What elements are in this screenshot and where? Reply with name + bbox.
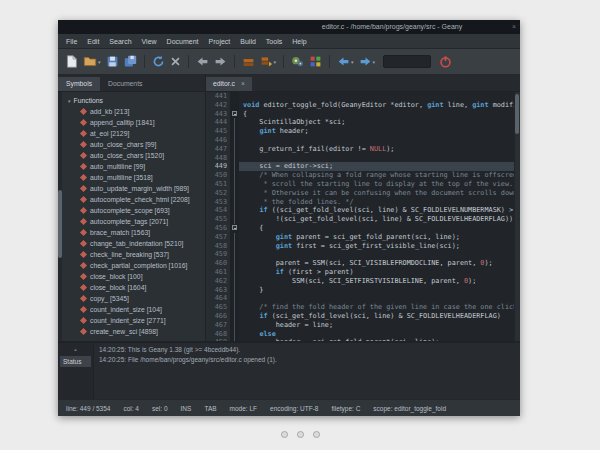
- fold-margin-cell[interactable]: [230, 338, 239, 341]
- code-line[interactable]: 453 * the folded lines. */: [206, 198, 514, 207]
- execute-button[interactable]: [290, 53, 305, 71]
- fold-margin-cell[interactable]: [230, 233, 239, 242]
- fold-margin-cell[interactable]: [230, 206, 239, 215]
- titlebar[interactable]: editor.c - /home/ban/progs/geany/src - G…: [58, 20, 520, 34]
- line-number[interactable]: 447: [206, 145, 230, 154]
- tab-scroll-up-icon[interactable]: ▴: [58, 345, 93, 353]
- fold-margin-cell[interactable]: [230, 321, 239, 330]
- revert-button[interactable]: [151, 53, 166, 71]
- code-line[interactable]: 465 /* find the fold header of the given…: [206, 303, 514, 312]
- fold-margin-cell[interactable]: [230, 303, 239, 312]
- open-file-button[interactable]: ▾: [82, 53, 102, 71]
- fold-margin-cell[interactable]: [230, 198, 239, 207]
- menu-document[interactable]: Document: [162, 38, 204, 45]
- fold-margin-cell[interactable]: [230, 286, 239, 295]
- menu-build[interactable]: Build: [235, 38, 261, 45]
- symbol-root[interactable]: ▾ Functions: [68, 95, 205, 106]
- new-document-button[interactable]: [64, 53, 79, 71]
- build-button[interactable]: ▾: [259, 53, 278, 71]
- line-number[interactable]: 448: [206, 154, 230, 163]
- fold-margin-cell[interactable]: [230, 101, 239, 110]
- code-line[interactable]: 462 SSM(sci, SCI_SETFIRSTVISIBLELINE, pa…: [206, 277, 514, 286]
- line-number[interactable]: 462: [206, 277, 230, 286]
- line-number[interactable]: 442: [206, 101, 230, 110]
- nav-forward-button[interactable]: [213, 53, 228, 71]
- carousel-dot[interactable]: [281, 431, 288, 438]
- code-line[interactable]: 464: [206, 294, 514, 303]
- compile-button[interactable]: [241, 53, 256, 71]
- line-number[interactable]: 452: [206, 189, 230, 198]
- line-number[interactable]: 461: [206, 268, 230, 277]
- symbol-item[interactable]: auto_close_chars [99]: [68, 139, 205, 150]
- code-line[interactable]: 463 }: [206, 286, 514, 295]
- tab-status[interactable]: Status: [60, 356, 91, 367]
- symbol-item[interactable]: copy_ [5345]: [68, 293, 205, 304]
- symbol-item[interactable]: count_indent_size [2771]: [68, 315, 205, 326]
- save-button[interactable]: [105, 53, 120, 71]
- editor-scrollbar-thumb[interactable]: [515, 94, 519, 134]
- goto-forward-button[interactable]: ▾: [358, 53, 377, 71]
- code-line[interactable]: 457 gint parent = sci_get_fold_parent(sc…: [206, 233, 514, 242]
- code-line[interactable]: 446: [206, 136, 514, 145]
- fold-margin-cell[interactable]: [230, 118, 239, 127]
- line-number[interactable]: 469: [206, 338, 230, 341]
- symbol-item[interactable]: check_line_breaking [537]: [68, 249, 205, 260]
- code-line[interactable]: 451 * scroll the starting line to displa…: [206, 180, 514, 189]
- line-number[interactable]: 466: [206, 312, 230, 321]
- line-number[interactable]: 444: [206, 118, 230, 127]
- symbol-item[interactable]: autocomplete_tags [2071]: [68, 216, 205, 227]
- code-line[interactable]: 466 if (sci_get_fold_level(sci, line) & …: [206, 312, 514, 321]
- line-number[interactable]: 445: [206, 127, 230, 136]
- symbol-item[interactable]: close_block [100]: [68, 271, 205, 282]
- fold-margin-cell[interactable]: [230, 259, 239, 268]
- fold-toggle-icon[interactable]: [232, 225, 237, 230]
- line-number[interactable]: 443: [206, 110, 230, 119]
- menu-tools[interactable]: Tools: [261, 38, 287, 45]
- line-number[interactable]: 465: [206, 303, 230, 312]
- symbol-item[interactable]: autocomplete_check_html [2208]: [68, 194, 205, 205]
- color-chooser-button[interactable]: [308, 53, 323, 71]
- code-line[interactable]: 450 /* When collapsing a fold range whos…: [206, 171, 514, 180]
- fold-margin-cell[interactable]: [230, 127, 239, 136]
- code-line[interactable]: 469 header = sci_get_fold_parent(sci, li…: [206, 338, 514, 341]
- symbol-item[interactable]: close_block [1604]: [68, 282, 205, 293]
- nav-back-button[interactable]: [195, 53, 210, 71]
- fold-margin-cell[interactable]: [230, 180, 239, 189]
- line-number[interactable]: 451: [206, 180, 230, 189]
- code-line[interactable]: 449 sci = editor->sci;: [206, 162, 514, 171]
- fold-margin-cell[interactable]: [230, 330, 239, 339]
- line-number[interactable]: 446: [206, 136, 230, 145]
- line-number[interactable]: 467: [206, 321, 230, 330]
- code-line[interactable]: 467 header = line;: [206, 321, 514, 330]
- menu-view[interactable]: View: [137, 38, 162, 45]
- close-button[interactable]: [169, 53, 182, 71]
- code-line[interactable]: 448: [206, 154, 514, 163]
- code-line[interactable]: 455 !(sci_get_fold_level(sci, line) & SC…: [206, 215, 514, 224]
- line-number[interactable]: 459: [206, 250, 230, 259]
- symbol-item[interactable]: brace_match [1563]: [68, 227, 205, 238]
- fold-margin-cell[interactable]: [230, 145, 239, 154]
- code-line[interactable]: 458 gint first = sci_get_first_visible_l…: [206, 242, 514, 251]
- fold-margin-cell[interactable]: [230, 110, 239, 119]
- quit-button[interactable]: [438, 53, 453, 71]
- symbol-item[interactable]: at_eol [2129]: [68, 128, 205, 139]
- symbol-item[interactable]: change_tab_indentation [5210]: [68, 238, 205, 249]
- fold-toggle-icon[interactable]: [232, 111, 237, 116]
- code-line[interactable]: 468 else: [206, 330, 514, 339]
- symbol-item[interactable]: auto_update_margin_width [989]: [68, 183, 205, 194]
- symbol-item[interactable]: auto_close_chars [1520]: [68, 150, 205, 161]
- menu-project[interactable]: Project: [203, 38, 235, 45]
- symbol-item[interactable]: check_partial_completion [1016]: [68, 260, 205, 271]
- sidebar-scrollbar[interactable]: [58, 92, 62, 341]
- tab-documents[interactable]: Documents: [100, 77, 150, 91]
- fold-margin-cell[interactable]: [230, 242, 239, 251]
- symbol-item[interactable]: autocomplete_scope [693]: [68, 205, 205, 216]
- code-line[interactable]: 456 {: [206, 224, 514, 233]
- symbol-item[interactable]: auto_multiline [3518]: [68, 172, 205, 183]
- tab-symbols[interactable]: Symbols: [58, 77, 100, 91]
- editor-scrollbar[interactable]: [514, 92, 520, 341]
- code-line[interactable]: 443{: [206, 110, 514, 119]
- code-line[interactable]: 460 parent = SSM(sci, SCI_VISIBLEFROMDOC…: [206, 259, 514, 268]
- line-number[interactable]: 453: [206, 198, 230, 207]
- fold-margin-cell[interactable]: [230, 268, 239, 277]
